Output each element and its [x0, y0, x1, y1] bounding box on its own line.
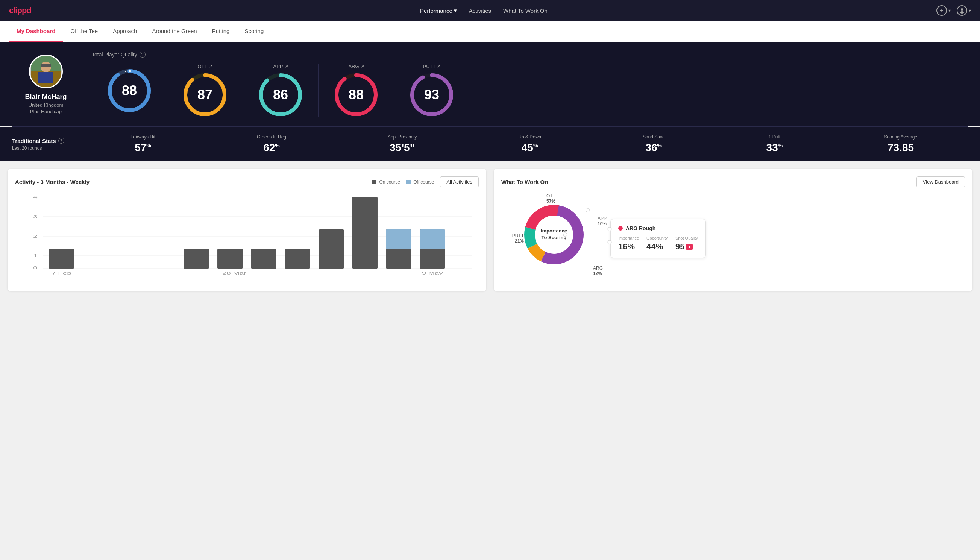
wtwo-title: What To Work On — [501, 178, 548, 185]
stat-scoring-avg: Scoring Average 73.85 — [884, 134, 917, 154]
putt-ring: 93 — [409, 72, 454, 117]
overall-ring: 88 — [107, 68, 152, 113]
app-label: APP ↗ — [273, 63, 288, 69]
info-card-metrics: Importance 16% Opportunity 44% Shot Qual… — [618, 236, 698, 252]
logo: clippd — [9, 6, 31, 15]
ott-label: OTT ↗ — [198, 63, 213, 69]
svg-text:1: 1 — [33, 253, 37, 258]
user-chevron-icon: ▾ — [969, 8, 971, 13]
svg-rect-34 — [353, 197, 378, 268]
putt-label: PUTT ↗ — [423, 63, 441, 69]
shot-quality-down-arrow: ▼ — [686, 244, 693, 250]
view-dashboard-button[interactable]: View Dashboard — [917, 177, 965, 187]
svg-text:2: 2 — [33, 234, 37, 238]
activity-chart: 4 3 2 1 0 — [15, 193, 479, 276]
overall-score: 88 — [122, 83, 137, 98]
trad-stats-help-icon[interactable]: ? — [58, 138, 64, 144]
stat-fairways-hit: Fairways Hit 57% — [130, 134, 155, 154]
svg-text:4: 4 — [33, 195, 37, 199]
app-ring: 86 — [258, 72, 303, 117]
add-button[interactable]: + ▾ — [937, 5, 951, 16]
tab-putting[interactable]: Putting — [205, 21, 237, 42]
score-arg: ARG ↗ 88 — [318, 63, 394, 117]
svg-point-48 — [586, 208, 590, 212]
sub-tabs: My Dashboard Off the Tee Approach Around… — [0, 21, 980, 42]
ott-ring: 87 — [182, 72, 228, 117]
svg-rect-38 — [420, 229, 445, 249]
stat-items: Fairways Hit 57% Greens In Reg 62% App. … — [80, 134, 968, 154]
activity-panel-header: Activity - 3 Months - Weekly On course O… — [15, 177, 479, 187]
all-activities-button[interactable]: All Activities — [440, 177, 479, 187]
svg-point-1 — [960, 11, 964, 13]
score-circles: 88 OTT ↗ 87 AP — [92, 63, 968, 117]
nav-what-to-work-on[interactable]: What To Work On — [503, 8, 547, 14]
svg-rect-31 — [251, 249, 276, 268]
arg-score: 88 — [349, 87, 364, 103]
score-putt: PUTT ↗ 93 — [394, 63, 469, 117]
svg-rect-30 — [217, 249, 243, 268]
nav-performance[interactable]: Performance ▾ — [420, 7, 457, 14]
activity-chart-title: Activity - 3 Months - Weekly — [15, 178, 90, 185]
wtwо-panel-header: What To Work On View Dashboard — [501, 177, 965, 187]
arg-ring: 88 — [334, 72, 379, 117]
svg-point-49 — [608, 227, 611, 231]
app-arrow-icon: ↗ — [285, 64, 288, 69]
chevron-down-icon: ▾ — [948, 8, 951, 13]
tab-scoring[interactable]: Scoring — [237, 21, 271, 42]
top-navigation: clippd Performance ▾ Activities What To … — [0, 0, 980, 21]
svg-point-50 — [608, 240, 611, 244]
chart-legend: On course Off course — [372, 179, 434, 185]
player-info: Blair McHarg United Kingdom Plus Handica… — [12, 52, 80, 114]
putt-arrow-icon: ↗ — [437, 64, 440, 69]
stat-app-proximity: App. Proximity 35'5" — [388, 134, 417, 154]
trad-stats-label: Traditional Stats ? Last 20 rounds — [12, 138, 80, 151]
info-card-title: ARG Rough — [618, 225, 698, 231]
score-app: APP ↗ 86 — [243, 63, 318, 117]
nav-activities[interactable]: Activities — [469, 8, 491, 14]
info-metric-shot-quality: Shot Quality 95 ▼ — [676, 236, 698, 252]
bottom-panels: Activity - 3 Months - Weekly On course O… — [0, 161, 980, 298]
svg-text:0: 0 — [33, 265, 37, 270]
tab-around-the-green[interactable]: Around the Green — [145, 21, 204, 42]
hero-section: Blair McHarg United Kingdom Plus Handica… — [0, 42, 980, 127]
tab-my-dashboard[interactable]: My Dashboard — [9, 21, 63, 42]
stat-greens-in-reg: Greens In Reg 62% — [257, 134, 286, 154]
activity-chart-panel: Activity - 3 Months - Weekly On course O… — [8, 169, 486, 291]
chevron-down-icon: ▾ — [454, 7, 457, 14]
scores-section: Total Player Quality ? 88 OTT — [92, 52, 968, 117]
svg-rect-36 — [386, 229, 411, 249]
traditional-stats-section: Traditional Stats ? Last 20 rounds Fairw… — [0, 127, 980, 161]
avatar — [29, 55, 63, 88]
arg-arrow-icon: ↗ — [361, 64, 364, 69]
player-name: Blair McHarg — [25, 93, 67, 101]
total-quality-label: Total Player Quality ? — [92, 52, 968, 58]
player-country: United Kingdom — [28, 102, 63, 108]
nav-links: Performance ▾ Activities What To Work On — [420, 7, 547, 14]
svg-text:3: 3 — [33, 214, 37, 219]
nav-right: + ▾ ▾ — [937, 5, 971, 16]
arg-label: ARG ↗ — [348, 63, 364, 69]
score-overall: 88 — [92, 68, 167, 113]
svg-rect-33 — [318, 229, 344, 268]
svg-rect-29 — [183, 249, 209, 268]
ott-score: 87 — [198, 87, 213, 103]
svg-point-51 — [563, 233, 567, 237]
svg-rect-6 — [41, 64, 51, 67]
player-handicap: Plus Handicap — [30, 109, 62, 114]
user-menu-button[interactable]: ▾ — [957, 5, 971, 16]
svg-text:7 Feb: 7 Feb — [52, 271, 72, 275]
tab-approach[interactable]: Approach — [105, 21, 145, 42]
stat-1-putt: 1 Putt 33% — [766, 134, 783, 154]
svg-point-0 — [961, 8, 963, 10]
svg-text:28 Mar: 28 Mar — [222, 271, 247, 275]
stat-sand-save: Sand Save 36% — [643, 134, 665, 154]
tab-off-the-tee[interactable]: Off the Tee — [63, 21, 105, 42]
quality-help-icon[interactable]: ? — [140, 52, 146, 58]
svg-rect-32 — [285, 249, 310, 268]
donut-chart-container: OTT 57% APP 10% ARG 12% PUTT 21% — [501, 193, 607, 283]
ott-arrow-icon: ↗ — [209, 64, 213, 69]
score-ott: OTT ↗ 87 — [167, 63, 243, 117]
app-score: 86 — [273, 87, 288, 103]
svg-rect-5 — [38, 72, 53, 83]
info-metric-opportunity: Opportunity 44% — [646, 236, 668, 252]
